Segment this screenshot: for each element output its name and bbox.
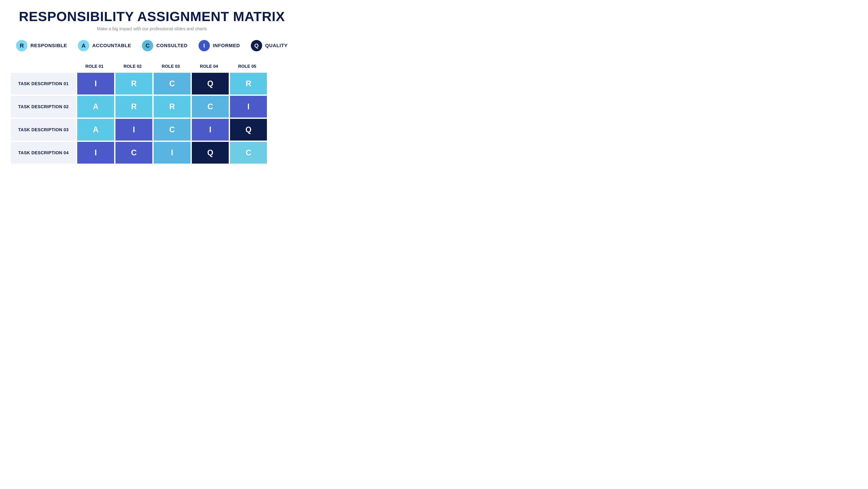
task-label-text-1: TASK DESCRIPTION 01 [18,81,69,86]
cells-group-1: IRCQR [77,73,267,94]
legend-circle-quality: Q [251,40,262,51]
task-label-2: TASK DESCRIPTION 02 [11,96,76,117]
page-title: RESPONSIBILITY ASSIGNMENT MATRIX [19,9,285,24]
task-label-text-3: TASK DESCRIPTION 03 [18,127,69,132]
legend-circle-responsible: R [16,40,27,51]
task-label-1: TASK DESCRIPTION 01 [11,73,76,94]
cell-task2-role1: A [77,96,114,117]
legend-circle-informed: I [198,40,210,51]
page-subtitle: Make a big impact with our professional … [97,26,207,31]
cell-task2-role5: I [230,96,267,117]
legend-item-consulted: C CONSULTED [142,40,187,51]
legend-label-consulted: CONSULTED [156,43,187,49]
cell-task4-role1: I [77,142,114,164]
cell-task3-role5: Q [230,119,267,141]
table-row: TASK DESCRIPTION 04ICIQC [11,142,293,164]
legend-item-accountable: A ACCOUNTABLE [78,40,131,51]
cell-task2-role4: C [192,96,229,117]
cell-task4-role2: C [116,142,152,164]
legend-label-accountable: ACCOUNTABLE [92,43,131,49]
cells-group-2: ARRCI [77,96,267,117]
role-header-4: ROLE 04 [190,62,227,70]
task-label-text-2: TASK DESCRIPTION 02 [18,104,69,109]
cell-task3-role1: A [77,119,114,141]
table-row: TASK DESCRIPTION 01IRCQR [11,73,293,94]
cells-group-4: ICIQC [77,142,267,164]
legend-label-informed: INFORMED [213,43,240,49]
cell-task2-role2: R [116,96,152,117]
legend-circle-consulted: C [142,40,153,51]
matrix-container: ROLE 01ROLE 02ROLE 03ROLE 04ROLE 05 TASK… [11,62,293,165]
cell-task3-role3: C [154,119,190,141]
cell-task4-role3: I [154,142,190,164]
role-header-1: ROLE 01 [76,62,113,70]
table-row: TASK DESCRIPTION 03AICIQ [11,119,293,141]
legend-item-informed: I INFORMED [198,40,240,51]
cell-task1-role4: Q [192,73,229,94]
task-label-3: TASK DESCRIPTION 03 [11,119,76,141]
legend-item-quality: Q QUALITY [251,40,288,51]
cell-task4-role4: Q [192,142,229,164]
table-row: TASK DESCRIPTION 02ARRCI [11,96,293,117]
cells-group-3: AICIQ [77,119,267,141]
cell-task1-role1: I [77,73,114,94]
cell-task1-role5: R [230,73,267,94]
legend: R RESPONSIBLE A ACCOUNTABLE C CONSULTED … [16,40,287,51]
legend-circle-accountable: A [78,40,89,51]
task-label-text-4: TASK DESCRIPTION 04 [18,150,69,155]
matrix-header-row: ROLE 01ROLE 02ROLE 03ROLE 04ROLE 05 [76,62,293,70]
role-header-5: ROLE 05 [229,62,266,70]
cell-task3-role2: I [116,119,152,141]
role-header-2: ROLE 02 [114,62,151,70]
legend-item-responsible: R RESPONSIBLE [16,40,67,51]
cell-task3-role4: I [192,119,229,141]
task-label-4: TASK DESCRIPTION 04 [11,142,76,164]
cell-task4-role5: C [230,142,267,164]
cell-task1-role3: C [154,73,190,94]
legend-label-responsible: RESPONSIBLE [30,43,67,49]
cell-task1-role2: R [116,73,152,94]
cell-task2-role3: R [154,96,190,117]
legend-label-quality: QUALITY [265,43,288,49]
role-header-3: ROLE 03 [152,62,189,70]
